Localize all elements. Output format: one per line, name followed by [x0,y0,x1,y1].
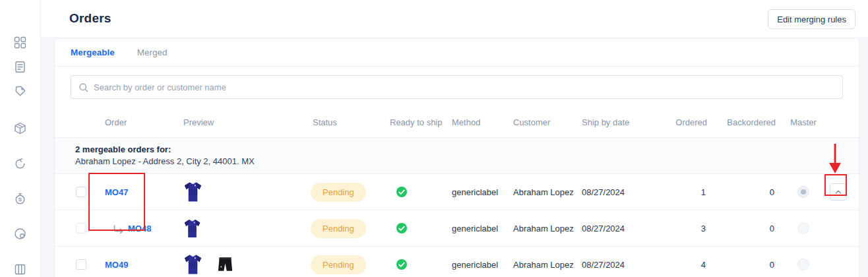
preview-cell [180,218,309,239]
col-status: Status [309,117,383,127]
ordered-cell: 1 [662,187,708,197]
receipt-icon[interactable] [9,55,32,78]
search-area [55,67,859,107]
ready-cell [383,187,448,197]
page-title: Orders [69,11,111,26]
order-link[interactable]: MO47 [100,187,180,197]
col-method: Method [448,117,509,127]
customer-cell: Abraham Lopez [509,260,576,270]
ship-date-cell: 08/27/2024 [576,260,662,270]
ready-check-icon [396,187,407,197]
ship-date-cell: 08/27/2024 [576,187,662,197]
tab-mergeable[interactable]: Mergeable [71,47,115,57]
status-badge: Pending [311,255,366,274]
tab-merged[interactable]: Merged [137,47,168,57]
preview-cell [180,181,309,203]
col-backordered: Backordered [708,117,777,127]
orders-card: Mergeable Merged Order Preview Status Re… [54,38,859,277]
method-cell: genericlabel [448,260,509,270]
ordered-cell: 3 [662,224,708,233]
main-content: Orders Edit merging rules Mergeable Merg… [41,0,868,277]
order-link[interactable]: MO48 [100,224,180,233]
row-checkbox[interactable] [76,223,86,233]
ledger-book-icon[interactable] [9,257,32,277]
edit-merging-rules-button[interactable]: Edit merging rules [768,9,855,29]
backordered-cell: 0 [708,187,777,197]
refresh-icon[interactable] [9,152,32,175]
master-radio[interactable] [797,186,809,198]
col-customer: Customer [509,117,576,127]
tag-icon[interactable] [9,79,32,103]
col-preview: Preview [180,117,309,127]
radio-dot [801,189,806,195]
master-radio[interactable] [797,222,809,234]
ordered-cell: 4 [662,260,708,270]
master-radio[interactable] [797,259,809,270]
search-input[interactable] [71,76,842,98]
jersey-preview-icon [183,181,203,203]
row-checkbox[interactable] [76,187,86,197]
sidebar: S [0,0,41,277]
method-cell: genericlabel [448,187,509,197]
search-box [71,75,843,99]
dashboard-grid-icon[interactable] [9,30,32,54]
ready-cell [383,223,448,233]
shorts-preview-icon [218,256,233,273]
search-icon [78,82,89,93]
table-row: MO47 Pending genericlabel Abraham Lopez … [55,174,859,210]
jersey-preview-icon [183,253,203,276]
ready-cell [383,259,448,270]
svg-text:S: S [18,197,22,202]
table-row: MO49 Pending genericlabel Abraham Lopez … [55,247,859,277]
page-header: Orders Edit merging rules [41,0,868,37]
row-checkbox[interactable] [76,259,86,270]
jersey-preview-icon [183,218,202,239]
method-cell: genericlabel [448,224,509,233]
customer-cell: Abraham Lopez [509,224,576,233]
ship-date-cell: 08/27/2024 [576,224,662,233]
merge-child-arrow-icon [113,225,124,233]
backordered-cell: 0 [708,260,777,270]
ready-check-icon [396,223,407,233]
sidebar-nav: S [9,18,32,277]
pie-report-icon[interactable] [9,222,32,245]
status-badge: Pending [311,183,366,202]
col-master: Master [777,117,830,127]
customer-cell: Abraham Lopez [509,187,576,197]
table-header-row: Order Preview Status Ready to ship Metho… [55,107,859,138]
merge-group-title: 2 mergeable orders for: [75,144,859,156]
merge-group-header: 2 mergeable orders for: Abraham Lopez - … [55,138,859,174]
chevron-up-icon [834,188,843,196]
stopwatch-icon[interactable]: S [9,187,32,210]
col-ordered: Ordered [662,117,708,127]
backordered-cell: 0 [708,224,777,233]
tab-bar: Mergeable Merged [55,39,859,67]
merge-group-address: Abraham Lopez - Address 2, City 2, 44001… [75,156,859,168]
col-ship-by-date: Ship by date [576,117,662,127]
package-icon[interactable] [9,116,32,140]
status-badge: Pending [311,219,366,238]
table-row: MO48 Pending genericlabel Abraham Lopez … [55,210,859,247]
ready-check-icon [396,259,407,270]
collapse-group-button[interactable] [830,183,847,200]
order-link[interactable]: MO49 [100,260,180,270]
preview-cell [180,253,309,276]
col-order: Order [100,117,180,127]
col-ready-to-ship: Ready to ship [383,117,448,127]
